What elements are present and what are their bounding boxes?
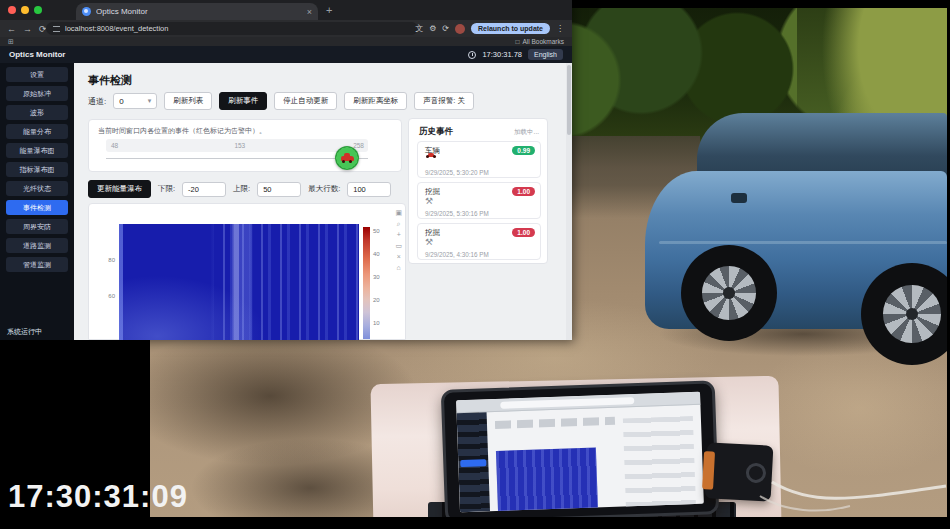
- tab-strip: Optics Monitor × +: [0, 0, 572, 20]
- tab-close-icon[interactable]: ×: [307, 7, 312, 17]
- refresh-list-button[interactable]: 刷新列表: [164, 92, 212, 110]
- history-events-panel: 历史事件 加载中... 车辆 0.99 9/29/2025, 5:30:20 P…: [408, 118, 548, 264]
- ruler-tick: 153: [234, 142, 245, 149]
- home-icon[interactable]: ⌂: [397, 264, 401, 271]
- control-row: 通道: 0 ▾ 刷新列表 刷新事件 停止自动更新 刷新距离坐标 声音报警: 关: [88, 92, 474, 110]
- colorbar-tick: 20: [373, 297, 380, 303]
- tablet-app-active-item: [460, 459, 486, 467]
- sidebar-item-road-monitoring[interactable]: 道路监测: [6, 238, 68, 253]
- tab-favicon: [82, 7, 91, 16]
- max-rows-input[interactable]: 100: [347, 182, 391, 197]
- app-clock: 17:30:31.78: [482, 50, 522, 59]
- browser-tab[interactable]: Optics Monitor ×: [76, 3, 318, 20]
- upper-limit-input[interactable]: 50: [257, 182, 301, 197]
- site-info-icon[interactable]: [53, 26, 60, 32]
- back-icon[interactable]: ←: [7, 24, 16, 34]
- forward-icon[interactable]: →: [23, 24, 32, 34]
- vehicle-event-marker[interactable]: [335, 146, 359, 170]
- box-select-icon[interactable]: ▭: [395, 242, 402, 249]
- sound-alarm-button[interactable]: 声音报警: 关: [414, 92, 474, 110]
- sidebar-item-pipeline-monitoring[interactable]: 管道监测: [6, 257, 68, 272]
- translate-icon[interactable]: 文: [415, 23, 423, 34]
- camera-icon[interactable]: ▣: [395, 209, 402, 216]
- video-frame: 17:30:31:09 Optics Monitor × + ← → ⟳ loc…: [0, 0, 950, 529]
- tablet-app-buttons: [495, 417, 615, 429]
- pickaxe-icon: ⚒: [425, 197, 433, 206]
- channel-label: 通道:: [88, 96, 106, 107]
- tablet-browser-bar: [456, 392, 700, 414]
- event-time: 9/29/2025, 5:30:16 PM: [425, 210, 489, 217]
- refresh-distance-button[interactable]: 刷新距离坐标: [344, 92, 407, 110]
- url-text: localhost:8008/event_detection: [65, 24, 168, 33]
- close-window-button[interactable]: [8, 6, 16, 14]
- event-time: 9/29/2025, 5:30:20 PM: [425, 169, 489, 176]
- relaunch-button[interactable]: Relaunch to update: [471, 23, 550, 34]
- event-time: 9/29/2025, 4:30:16 PM: [425, 251, 489, 258]
- position-ruler[interactable]: 48 153 258: [106, 139, 368, 152]
- profile-avatar[interactable]: [455, 24, 465, 34]
- lower-limit-input[interactable]: -20: [182, 182, 226, 197]
- sidebar-item-energy-waterfall[interactable]: 能量瀑布图: [6, 143, 68, 158]
- device-cable: [690, 436, 947, 517]
- colorbar: [363, 227, 370, 339]
- position-events-card: 当前时间窗口内各位置的事件（红色标记为告警中）。 48 153 258: [88, 119, 402, 172]
- update-waterfall-button[interactable]: 更新能量瀑布: [88, 180, 151, 198]
- update-icon[interactable]: ⟳: [442, 24, 449, 33]
- app-sidebar: 设置 原始脉冲 波形 能量分布 能量瀑布图 指标瀑布图 光纤状态 事件检测 周界…: [0, 63, 74, 340]
- ruler-tick: 48: [111, 142, 118, 149]
- car-front-wheel: [681, 245, 777, 341]
- scene-tablet: [441, 380, 720, 517]
- stop-auto-update-button[interactable]: 停止自动更新: [274, 92, 337, 110]
- sidebar-item-event-detection[interactable]: 事件检测: [6, 200, 68, 215]
- gear-icon[interactable]: ⚙: [429, 24, 436, 33]
- sidebar-item-raw-pulse[interactable]: 原始脉冲: [6, 86, 68, 101]
- ruler-axis-line: [106, 158, 368, 159]
- page-scrollbar[interactable]: [566, 63, 572, 340]
- scene-blue-car: [645, 113, 947, 353]
- browser-window: Optics Monitor × + ← → ⟳ localhost:8008/…: [0, 0, 572, 340]
- reset-icon[interactable]: ×: [397, 253, 401, 260]
- page-title: 事件检测: [88, 73, 132, 88]
- lower-limit-label: 下限:: [158, 184, 175, 194]
- loading-text: 加载中...: [514, 128, 539, 137]
- bookmarks-bar: ⊞ □ All Bookmarks: [0, 37, 572, 46]
- address-bar[interactable]: localhost:8008/event_detection: [46, 22, 418, 35]
- chevron-down-icon: ▾: [148, 97, 152, 105]
- refresh-events-button[interactable]: 刷新事件: [219, 92, 267, 110]
- event-card-vehicle[interactable]: 车辆 0.99 9/29/2025, 5:30:20 PM: [417, 141, 541, 178]
- pan-icon[interactable]: +: [397, 231, 401, 238]
- tab-title: Optics Monitor: [96, 7, 302, 16]
- energy-settings-row: 更新能量瀑布 下限: -20 上限: 50 最大行数: 100: [88, 180, 391, 198]
- tab-groups-icon[interactable]: ⊞: [8, 38, 14, 46]
- car-mirror: [731, 193, 747, 203]
- score-badge: 1.00: [512, 228, 535, 237]
- colorbar-tick: 50: [373, 228, 380, 234]
- energy-waterfall-heatmap[interactable]: [119, 224, 359, 340]
- channel-select[interactable]: 0 ▾: [113, 93, 157, 109]
- language-button[interactable]: English: [528, 49, 563, 60]
- colorbar-tick: 10: [373, 320, 380, 326]
- browser-menu-icon[interactable]: ⋮: [556, 24, 564, 33]
- event-card-excavation[interactable]: 挖掘 1.00 ⚒ 9/29/2025, 5:30:16 PM: [417, 182, 541, 219]
- event-card-excavation[interactable]: 挖掘 1.00 ⚒ 9/29/2025, 4:30:16 PM: [417, 223, 541, 260]
- pickaxe-icon: ⚒: [425, 238, 433, 247]
- minimize-window-button[interactable]: [21, 6, 29, 14]
- sidebar-item-settings[interactable]: 设置: [6, 67, 68, 82]
- new-tab-button[interactable]: +: [326, 5, 332, 16]
- sidebar-item-indicator-waterfall[interactable]: 指标瀑布图: [6, 162, 68, 177]
- all-bookmarks-button[interactable]: □ All Bookmarks: [516, 38, 564, 45]
- app-header: Optics Monitor 17:30:31.78 English: [0, 46, 572, 63]
- video-timecode: 17:30:31:09: [8, 479, 188, 515]
- maximize-window-button[interactable]: [34, 6, 42, 14]
- clock-icon: [468, 51, 476, 59]
- colorbar-tick: 30: [373, 274, 380, 280]
- history-title: 历史事件: [419, 126, 453, 138]
- app-main: 事件检测 通道: 0 ▾ 刷新列表 刷新事件 停止自动更新 刷新距离坐标 声音报…: [74, 63, 572, 340]
- sidebar-item-fiber-status[interactable]: 光纤状态: [6, 181, 68, 196]
- tablet-app-heatmap: [496, 447, 598, 512]
- zoom-icon[interactable]: ⌕: [397, 220, 401, 227]
- colorbar-tick: 40: [373, 251, 380, 257]
- sidebar-item-energy-dist[interactable]: 能量分布: [6, 124, 68, 139]
- sidebar-item-perimeter-security[interactable]: 周界安防: [6, 219, 68, 234]
- sidebar-item-waveform[interactable]: 波形: [6, 105, 68, 120]
